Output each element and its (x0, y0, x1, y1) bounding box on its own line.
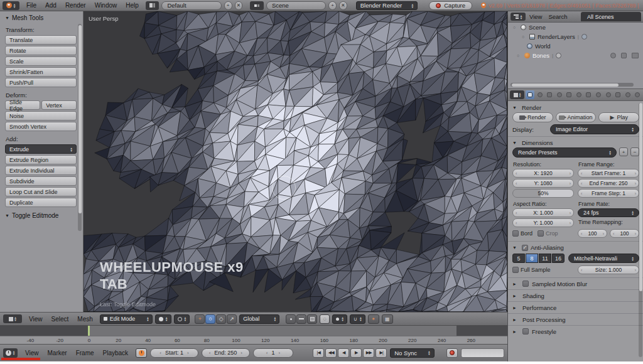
face-select-button[interactable] (307, 314, 317, 324)
step-left-icon[interactable]: ‹ (581, 232, 582, 236)
play-button[interactable]: ▶ Play (598, 112, 639, 122)
tool-button[interactable]: Scale (5, 56, 77, 66)
pivot-center-dropdown[interactable]: ▴▾ (174, 314, 190, 324)
frame-step-field[interactable]: ‹ Frame Step: 1 › (578, 189, 639, 198)
timeline-strip[interactable] (0, 325, 507, 336)
viewport-editor-type-dropdown[interactable]: ▴▾ (3, 314, 22, 323)
timeline-menu-item[interactable]: Frame (72, 350, 99, 356)
manipulator-combo-button[interactable]: ↗ (227, 314, 237, 324)
playback-button[interactable]: ▶ (350, 348, 362, 358)
playback-button[interactable]: ◀ (338, 348, 349, 358)
tab-render-icon[interactable] (526, 90, 534, 99)
step-right-icon[interactable]: › (635, 181, 636, 186)
outliner-editor-type-dropdown[interactable]: ▴▾ (511, 13, 526, 21)
border-checkbox[interactable] (512, 230, 519, 237)
collapsed-section-header[interactable]: ► Freestyle (508, 325, 643, 337)
manipulator-scale-button[interactable]: ◇ (216, 314, 226, 324)
disclosure-icon[interactable]: ○ (517, 53, 522, 58)
aa-size-field[interactable]: ‹ Size: 1.000 › (578, 265, 639, 274)
tab-scene-icon[interactable] (545, 90, 554, 99)
section-checkbox[interactable] (522, 281, 529, 287)
delete-layout-button[interactable]: ✕ (235, 1, 243, 10)
screen-layout-dropdown[interactable] (146, 1, 159, 10)
tool-button[interactable]: Smooth Vertex (5, 122, 77, 131)
outliner-row-bones[interactable]: ○ Bones | (508, 51, 643, 60)
step-left-icon[interactable]: ‹ (613, 232, 614, 236)
viewport-menu-item[interactable]: View (24, 316, 47, 323)
tool-button[interactable]: Noise (5, 111, 77, 120)
step-left-icon[interactable]: ‹ (581, 191, 582, 196)
add-layout-button[interactable]: + (224, 1, 232, 10)
keying-set-field[interactable] (461, 348, 504, 358)
aa-samples-16-button[interactable]: 16 (552, 254, 565, 263)
use-preview-range-button[interactable] (136, 348, 147, 358)
current-frame-marker[interactable] (88, 326, 90, 336)
capture-button[interactable]: Capture (429, 1, 472, 10)
step-left-icon[interactable]: ‹ (581, 268, 582, 272)
step-left-icon[interactable]: ‹ (516, 211, 517, 215)
outliner-row-scene[interactable]: ○ Scene (508, 23, 643, 32)
delete-scene-button[interactable]: ✕ (339, 1, 347, 10)
outliner-menu-item[interactable]: View (529, 13, 542, 20)
aspect-x-field[interactable]: ‹ X: 1.000 › (512, 208, 574, 217)
frame-rate-dropdown[interactable]: 24 fps ▴▾ (578, 208, 639, 217)
step-left-icon[interactable]: ‹ (516, 171, 517, 176)
tool-button[interactable]: Shrink/Fatten (5, 67, 77, 77)
end-frame-field[interactable]: ‹ End: 250 › (202, 348, 250, 358)
step-left-icon[interactable]: ‹ (581, 181, 582, 186)
outliner-display-filter-dropdown[interactable]: All Scenes (581, 12, 641, 21)
viewport-menu-item[interactable]: Mesh (73, 316, 97, 323)
viewport-menu-item[interactable]: Select (47, 316, 73, 323)
tool-shelf-scrollbar[interactable] (78, 24, 82, 231)
remove-preset-button[interactable]: − (630, 147, 639, 156)
remap-new-field[interactable]: ‹ 100 › (610, 229, 639, 238)
properties-scrollbar[interactable] (639, 103, 642, 357)
tab-texture-icon[interactable] (613, 90, 622, 99)
tab-particles-icon[interactable] (624, 90, 632, 99)
end-frame-prop-field[interactable]: ‹ End Frame: 250 › (578, 179, 639, 188)
step-left-icon[interactable]: ‹ (209, 350, 211, 356)
timeline-editor-type-dropdown[interactable]: ▴▾ (3, 348, 18, 358)
restrict-view-icon[interactable] (610, 53, 616, 58)
start-frame-field[interactable]: ‹ Start: 1 › (150, 348, 198, 358)
aa-samples-11-button[interactable]: 11 (539, 254, 551, 263)
tool-button[interactable]: Subdivide (5, 176, 77, 186)
timeline-menu-item[interactable]: Playback (99, 350, 133, 356)
step-right-icon[interactable]: › (570, 181, 571, 186)
viewport-3d[interactable]: User Persp WHEELUPMOUSE x9 TAB Last: Tog… (84, 11, 507, 312)
timeline-menu-item[interactable]: View (21, 350, 43, 356)
playback-button[interactable]: ◀◀ (325, 348, 337, 358)
outliner-menu-item[interactable]: Search (548, 13, 567, 20)
tab-world-icon[interactable] (555, 90, 564, 99)
step-left-icon[interactable]: ‹ (516, 221, 517, 225)
tool-button[interactable]: Translate (5, 35, 77, 45)
topbar-menu-item[interactable]: Window (90, 2, 122, 9)
playback-button[interactable]: ▶▶ (363, 348, 374, 358)
aa-filter-dropdown[interactable]: Mitchell-Netravali ▴▾ (568, 254, 639, 263)
restrict-render-icon[interactable] (632, 53, 639, 58)
snap-dropdown[interactable]: ∪ ▴▾ (350, 314, 365, 324)
tool-button[interactable]: Push/Pull (5, 78, 77, 87)
sync-mode-dropdown[interactable]: No Sync ▴▾ (390, 348, 435, 358)
disclosure-icon[interactable]: ○ (513, 25, 518, 29)
tab-renderlayers-icon[interactable] (536, 90, 544, 99)
tool-button[interactable]: Extrude Individual (5, 166, 77, 175)
anti-aliasing-checkbox[interactable] (522, 245, 528, 251)
opengl-render-anim-button[interactable]: ▦ (382, 314, 393, 324)
screen-layout-name-field[interactable]: Default (161, 1, 221, 10)
blender-logo-button[interactable]: ▴▾ (3, 1, 19, 10)
collapsed-section-header[interactable]: ► Shading (508, 289, 643, 301)
opengl-render-button[interactable]: ✶ (368, 314, 379, 324)
outliner-row-world[interactable]: World (508, 41, 643, 51)
manipulator-translate-button[interactable]: + (195, 314, 205, 324)
slide-edge-button[interactable]: Slide Edge (5, 100, 40, 110)
limit-selection-visible-button[interactable]: ◌ (320, 314, 330, 324)
remap-old-field[interactable]: ‹ 100 › (578, 229, 607, 238)
tab-constraints-icon[interactable] (575, 90, 583, 99)
step-right-icon[interactable]: › (570, 171, 571, 176)
toggle-editmode-panel-header[interactable]: ▼ Toggle Editmode (5, 212, 77, 219)
step-right-icon[interactable]: › (187, 350, 189, 356)
scene-name-field[interactable]: Scene (266, 1, 326, 10)
aspect-y-field[interactable]: ‹ Y: 1.000 › (512, 218, 574, 227)
step-right-icon[interactable]: › (278, 350, 280, 356)
